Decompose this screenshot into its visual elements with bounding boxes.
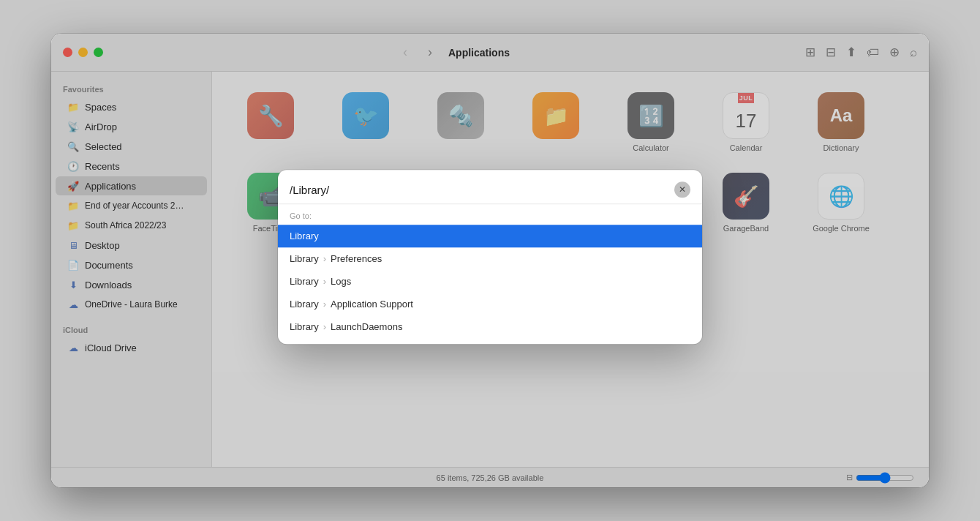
suggestion-text-launchdaemons: LaunchDaemons xyxy=(331,321,402,332)
goto-dialog: ✕ Go to: Library Library › Preferences L… xyxy=(278,170,702,344)
suggestion-text-lib2: Library xyxy=(290,276,319,287)
chevron-icon-4: › xyxy=(323,321,326,332)
suggestion-library-prefs[interactable]: Library › Preferences xyxy=(278,247,702,270)
suggestion-text-appsupport: Application Support xyxy=(331,299,413,310)
suggestion-library-appsupport[interactable]: Library › Application Support xyxy=(278,293,702,315)
suggestion-text-logs: Logs xyxy=(331,276,351,287)
chevron-icon-3: › xyxy=(323,299,326,310)
chevron-icon-1: › xyxy=(323,253,326,264)
suggestion-text-lib: Library xyxy=(290,253,319,264)
dialog-close-button[interactable]: ✕ xyxy=(674,181,690,198)
dialog-body: Go to: Library Library › Preferences Lib… xyxy=(278,204,702,344)
mac-window: ‹ › Applications ⊞ ⊟ ⬆ 🏷 ⊕ ⌕ Favourites … xyxy=(51,34,929,487)
goto-label: Go to: xyxy=(278,209,702,225)
suggestion-library-logs[interactable]: Library › Logs xyxy=(278,270,702,293)
suggestion-library[interactable]: Library xyxy=(278,225,702,247)
close-icon: ✕ xyxy=(679,184,686,195)
suggestion-library-launchdaemons[interactable]: Library › LaunchDaemons xyxy=(278,315,702,338)
suggestion-text-prefs: Preferences xyxy=(331,253,382,264)
suggestion-text-lib3: Library xyxy=(290,299,319,310)
goto-input[interactable] xyxy=(290,184,674,196)
suggestion-text-library: Library xyxy=(290,230,319,241)
dialog-header: ✕ xyxy=(278,170,702,204)
chevron-icon-2: › xyxy=(323,276,326,287)
suggestion-text-lib4: Library xyxy=(290,321,319,332)
